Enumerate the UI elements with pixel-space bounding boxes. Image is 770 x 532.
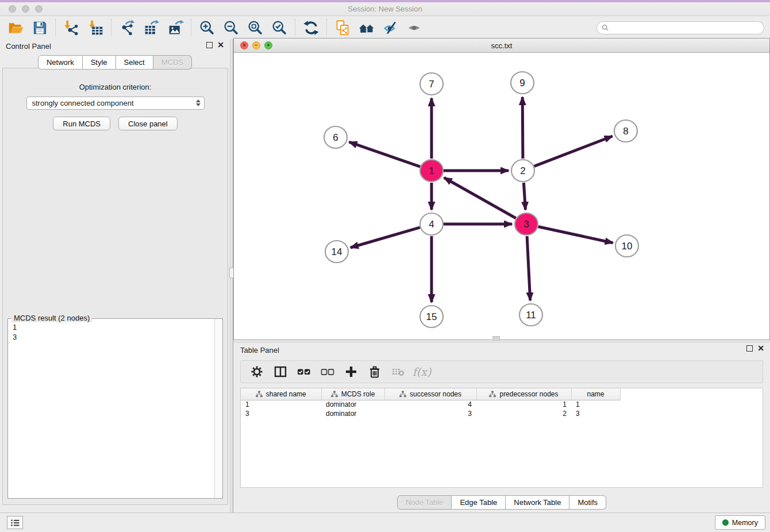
optimization-criterion-select[interactable]: strongly connected component — [26, 97, 205, 110]
export-network-button[interactable] — [115, 18, 139, 37]
search-box[interactable] — [596, 21, 764, 34]
graph-node-10[interactable]: 10 — [615, 235, 638, 257]
toolbar-separator — [55, 19, 56, 36]
graph-node-4[interactable]: 4 — [420, 213, 443, 235]
memory-button[interactable]: Memory — [715, 515, 765, 530]
table-cell[interactable]: dominator — [321, 400, 384, 409]
close-table-panel-icon[interactable]: ✕ — [757, 345, 764, 352]
search-input[interactable] — [612, 24, 759, 32]
hide-selected-button[interactable] — [379, 18, 403, 37]
delete-column-button[interactable] — [365, 363, 384, 381]
export-table-button[interactable] — [139, 18, 163, 37]
graph-node-3[interactable]: 3 — [515, 213, 538, 235]
delete-table-icon — [391, 365, 405, 379]
import-network-button[interactable] — [59, 18, 83, 37]
zoom-out-button[interactable] — [219, 18, 243, 37]
import-network-icon — [63, 20, 80, 36]
tab-select[interactable]: Select — [116, 55, 153, 70]
network-graph[interactable]: 7968124314101511 — [234, 53, 769, 340]
table-cell[interactable]: 1 — [241, 400, 321, 409]
table-cell[interactable]: 3 — [384, 409, 476, 418]
apply-layout-button[interactable] — [299, 18, 323, 37]
tab-mcds[interactable]: MCDS — [153, 55, 192, 70]
task-history-button[interactable] — [7, 516, 23, 529]
graph-edge-2-3[interactable] — [523, 183, 525, 210]
float-table-panel-icon[interactable] — [746, 345, 753, 352]
mcds-result-box[interactable]: 13 — [8, 319, 214, 498]
mcds-result-line: 3 — [13, 332, 214, 342]
export-network-icon — [119, 20, 136, 36]
column-header-MCDS-role[interactable]: MCDS role — [321, 388, 384, 400]
run-mcds-button[interactable]: Run MCDS — [53, 117, 110, 130]
table-cell[interactable]: 4 — [384, 400, 476, 409]
zoom-fit-button[interactable] — [243, 18, 267, 37]
table-cell[interactable]: 2 — [476, 409, 571, 418]
graph-edge-2-8[interactable] — [534, 136, 613, 166]
graph-edge-1-6[interactable] — [349, 142, 421, 167]
table-cell[interactable]: 3 — [241, 409, 321, 418]
column-header-successor-nodes[interactable]: successor nodes — [384, 388, 476, 400]
table-cell[interactable]: 1 — [476, 400, 571, 409]
export-image-button[interactable] — [163, 18, 187, 37]
column-header-predecessor-nodes[interactable]: predecessor nodes — [476, 388, 571, 400]
zoom-fit-icon — [247, 20, 264, 36]
tab-motifs[interactable]: Motifs — [569, 495, 606, 510]
graph-edge-3-11[interactable] — [527, 236, 530, 300]
tab-node-table[interactable]: Node Table — [397, 495, 452, 510]
table-cell[interactable]: dominator — [321, 409, 384, 418]
graph-node-label: 2 — [520, 165, 525, 176]
select-all-columns-button[interactable] — [295, 363, 313, 381]
close-panel-icon[interactable]: ✕ — [217, 42, 224, 48]
table-header-row: shared nameMCDS rolesuccessor nodesprede… — [241, 388, 620, 400]
table-row[interactable]: 3dominator323 — [241, 409, 620, 418]
show-column-button[interactable] — [271, 363, 290, 381]
title-bar: Session: New Session — [0, 0, 770, 16]
show-all-button[interactable] — [403, 18, 427, 37]
open-file-button[interactable] — [3, 18, 28, 37]
zoom-selected-icon — [271, 20, 288, 36]
close-panel-button[interactable]: Close panel — [118, 117, 178, 130]
zoom-selected-button[interactable] — [267, 18, 291, 37]
unselect-all-columns-button[interactable] — [318, 363, 337, 381]
mcds-result-scrollbar[interactable] — [214, 319, 222, 498]
graph-node-15[interactable]: 15 — [420, 306, 443, 327]
hierarchy-icon — [489, 391, 496, 398]
function-builder-button: f(x) — [413, 363, 431, 381]
column-header-shared-name[interactable]: shared name — [241, 388, 321, 400]
table-settings-button[interactable] — [248, 363, 266, 381]
float-panel-icon[interactable] — [206, 42, 213, 48]
new-network-from-selection-button[interactable] — [330, 18, 355, 37]
graph-edge-4-14[interactable] — [351, 228, 420, 248]
graph-edge-3-10[interactable] — [538, 227, 613, 243]
table-cell[interactable]: 1 — [571, 400, 620, 409]
zoom-out-icon — [223, 20, 240, 36]
graph-node-6[interactable]: 6 — [324, 126, 347, 148]
tab-style[interactable]: Style — [83, 55, 116, 70]
graph-node-9[interactable]: 9 — [511, 72, 534, 94]
tab-network-table[interactable]: Network Table — [506, 495, 569, 510]
graph-node-11[interactable]: 11 — [519, 304, 542, 326]
tab-edge-table[interactable]: Edge Table — [452, 495, 506, 510]
select-stepper-icon — [196, 99, 201, 106]
graph-node-8[interactable]: 8 — [614, 120, 637, 142]
graph-node-2[interactable]: 2 — [511, 160, 534, 182]
graph-node-14[interactable]: 14 — [325, 241, 348, 263]
new-network-from-selection-icon — [334, 20, 351, 36]
network-window-resize-grip[interactable] — [492, 336, 500, 341]
graph-edge-2-9[interactable] — [522, 97, 523, 159]
tab-network[interactable]: Network — [38, 55, 83, 70]
table-cell[interactable]: 3 — [571, 409, 620, 418]
zoom-in-button[interactable] — [195, 18, 219, 37]
graph-node-7[interactable]: 7 — [420, 73, 443, 95]
create-column-button[interactable] — [342, 363, 360, 381]
graph-node-label: 15 — [426, 311, 437, 322]
import-table-button[interactable] — [83, 18, 107, 37]
graph-edge-3-1[interactable] — [444, 178, 516, 218]
graph-node-1[interactable]: 1 — [420, 160, 443, 182]
refresh-icon — [303, 20, 319, 36]
first-neighbors-button[interactable] — [355, 18, 379, 37]
network-window-titlebar[interactable]: × − + scc.txt — [234, 38, 769, 53]
column-header-name[interactable]: name — [571, 388, 620, 400]
table-row[interactable]: 1dominator411 — [241, 400, 620, 409]
save-session-button[interactable] — [28, 18, 52, 37]
